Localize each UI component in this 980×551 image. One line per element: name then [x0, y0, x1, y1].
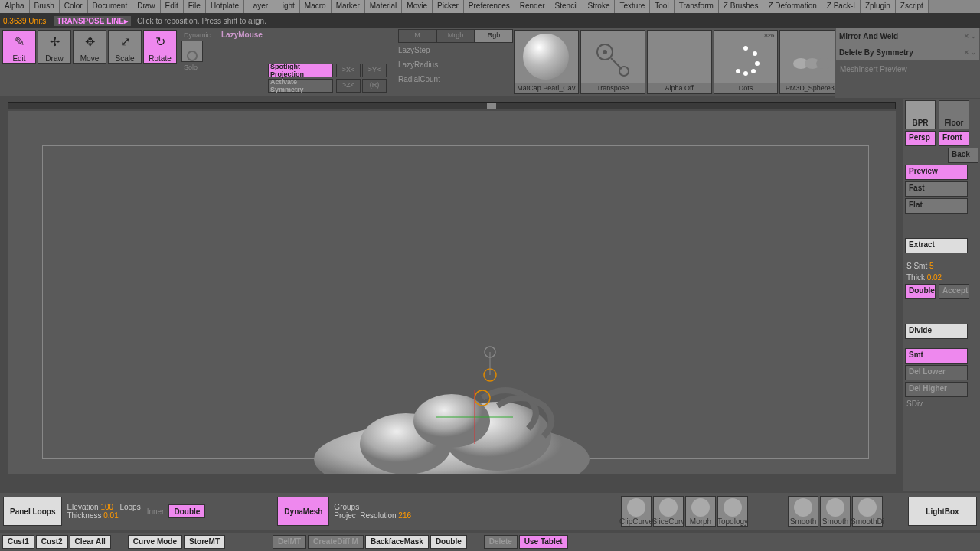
menu-zplugin[interactable]: Zplugin — [861, 0, 896, 13]
menu-hotplate[interactable]: Hotplate — [206, 0, 244, 13]
smt-button[interactable]: Smt — [905, 348, 968, 364]
menu-marker[interactable]: Marker — [332, 0, 365, 13]
slicecurv-button[interactable]: SliceCurv — [653, 496, 684, 527]
edit-button[interactable]: ✎Edit — [2, 30, 36, 64]
menu-render[interactable]: Render — [515, 0, 550, 13]
x-button[interactable]: >X< — [336, 64, 361, 77]
radialcount-label[interactable]: RadialCount — [395, 72, 513, 86]
preview-button[interactable]: Preview — [905, 165, 968, 180]
move-button[interactable]: ✥Move — [73, 30, 106, 64]
flat-button[interactable]: Flat — [905, 198, 968, 214]
delete-footer-button[interactable]: Delete — [484, 535, 518, 549]
menu-macro[interactable]: Macro — [300, 0, 332, 13]
menu-texture[interactable]: Texture — [615, 0, 650, 13]
dots-tool[interactable]: 826 Dots — [714, 30, 779, 94]
bpr-button[interactable]: BPR — [905, 100, 936, 129]
inner-label[interactable]: Inner — [147, 507, 165, 516]
panelloops-button[interactable]: Panel Loops — [3, 497, 62, 526]
menu-z-deformation[interactable]: Z Deformation — [763, 0, 822, 13]
creatediff-button[interactable]: CreateDiff M — [308, 535, 364, 549]
m-button[interactable]: M — [398, 29, 436, 43]
menu-file[interactable]: File — [184, 0, 206, 13]
clipcurve-button[interactable]: ClipCurve — [621, 496, 652, 527]
menu-alpha[interactable]: Alpha — [0, 0, 30, 13]
smoothdi-button[interactable]: SmoothDi — [852, 496, 883, 527]
r-button[interactable]: (R) — [362, 79, 387, 93]
menu-document[interactable]: Document — [88, 0, 133, 13]
fast-button[interactable]: Fast — [905, 181, 968, 197]
alpha-tool[interactable]: Alpha Off — [647, 30, 712, 94]
clearall-button[interactable]: Clear All — [70, 535, 111, 549]
delete-symmetry-button[interactable]: Delete By Symmetry✕ ⌄ — [836, 44, 979, 60]
topology-button[interactable]: Topology — [717, 496, 748, 527]
menu-light[interactable]: Light — [273, 0, 300, 13]
projec-res[interactable]: Projec Resolution 216 — [334, 511, 411, 520]
y-button[interactable]: >Y< — [362, 64, 387, 77]
timeline[interactable] — [8, 102, 896, 109]
curvemode-button[interactable]: Curve Mode — [128, 535, 182, 549]
draw-button[interactable]: ✢Draw — [38, 30, 71, 64]
menu-material[interactable]: Material — [365, 0, 403, 13]
spotlight-button[interactable]: Spotlight Projection — [268, 64, 333, 77]
double-footer-button[interactable]: Double — [430, 535, 467, 549]
cust1-button[interactable]: Cust1 — [2, 535, 34, 549]
accept-button[interactable]: Accept — [939, 284, 969, 299]
front-button[interactable]: Front — [939, 131, 969, 146]
menu-color[interactable]: Color — [60, 0, 88, 13]
storemt-button[interactable]: StoreMT — [184, 535, 225, 549]
menu-picker[interactable]: Picker — [433, 0, 464, 13]
rotate-button[interactable]: ↻Rotate — [143, 30, 177, 64]
delhigher-button[interactable]: Del Higher — [905, 382, 968, 397]
lightbox-button[interactable]: LightBox — [908, 497, 977, 526]
thickness-param[interactable]: Thickness 0.01 — [67, 511, 140, 520]
delmt-button[interactable]: DelMT — [273, 535, 306, 549]
menu-stroke[interactable]: Stroke — [583, 0, 616, 13]
smooth1-button[interactable]: Smooth — [788, 496, 818, 527]
mirror-weld-button[interactable]: Mirror And Weld✕ ⌄ — [836, 28, 979, 44]
menu-brush[interactable]: Brush — [30, 0, 60, 13]
thick-label[interactable]: Thick 0.02 — [903, 272, 980, 283]
z-button[interactable]: >Z< — [336, 79, 361, 93]
usetablet-button[interactable]: Use Tablet — [519, 535, 568, 549]
mrgb-button[interactable]: Mrgb — [436, 29, 475, 43]
double-button[interactable]: Double — [905, 284, 936, 299]
solo-label[interactable]: Solo — [181, 63, 214, 72]
back-button[interactable]: Back — [948, 148, 978, 163]
ssmt-label[interactable]: S Smt 5 — [903, 260, 980, 272]
menu-z-brushes[interactable]: Z Brushes — [719, 0, 764, 13]
menu-preferences[interactable]: Preferences — [464, 0, 515, 13]
transpose-tool[interactable]: Transpose — [580, 30, 645, 94]
lazyradius-label[interactable]: LazyRadius — [395, 57, 513, 72]
morph-button[interactable]: Morph — [685, 496, 716, 527]
menu-draw[interactable]: Draw — [132, 0, 160, 13]
dynamic-icon[interactable] — [181, 41, 203, 62]
menu-transform[interactable]: Transform — [675, 0, 719, 13]
elevation-param[interactable]: Elevation 100 Loops — [67, 503, 140, 511]
timeline-marker[interactable] — [487, 103, 496, 109]
dellower-button[interactable]: Del Lower — [905, 365, 968, 380]
dynamesh-button[interactable]: DynaMesh — [277, 497, 329, 526]
menu-zscript[interactable]: Zscript — [896, 0, 929, 13]
smooth2-button[interactable]: Smooth — [820, 496, 851, 527]
canvas[interactable] — [8, 111, 896, 474]
menu-z-pack-i[interactable]: Z Pack-I — [822, 0, 861, 13]
menu-layer[interactable]: Layer — [244, 0, 273, 13]
extract-button[interactable]: Extract — [905, 238, 968, 253]
rgb-button[interactable]: Rgb — [475, 29, 513, 43]
floor-side-button[interactable]: Floor — [939, 100, 969, 129]
menu-movie[interactable]: Movie — [402, 0, 433, 13]
divide-button[interactable]: Divide — [905, 324, 968, 339]
symmetry-button[interactable]: Activate Symmetry — [268, 79, 333, 93]
matcap-tool[interactable]: MatCap Pearl_Cav — [514, 30, 579, 94]
groups-label[interactable]: Groups — [334, 503, 411, 511]
backface-button[interactable]: BackfaceMask — [365, 535, 429, 549]
double-bottom-button[interactable]: Double — [168, 504, 205, 518]
lazystep-label[interactable]: LazyStep — [395, 43, 513, 57]
menu-tool[interactable]: Tool — [650, 0, 674, 13]
lazymouse-button[interactable]: LazyMouse — [218, 29, 266, 41]
sdiv-label[interactable]: SDiv — [903, 398, 980, 409]
persp-button[interactable]: Persp — [905, 131, 936, 146]
scale-button[interactable]: ⤢Scale — [108, 30, 142, 64]
menu-edit[interactable]: Edit — [161, 0, 184, 13]
cust2-button[interactable]: Cust2 — [36, 535, 68, 549]
